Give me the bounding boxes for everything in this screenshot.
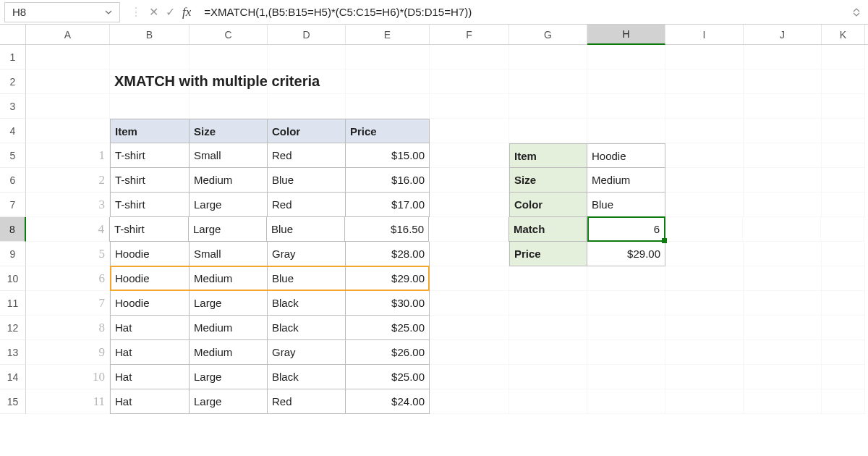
cancel-icon[interactable]: ✕ — [149, 5, 158, 19]
lookup-label-item[interactable]: Item — [509, 143, 587, 168]
cell[interactable] — [665, 45, 744, 69]
table-cell[interactable]: Black — [268, 291, 346, 316]
cell[interactable] — [190, 94, 268, 119]
row-header-5[interactable]: 5 — [0, 143, 26, 168]
table-cell[interactable]: Hoodie — [110, 291, 190, 316]
table-cell[interactable]: Small — [190, 143, 268, 168]
cell[interactable] — [744, 168, 822, 193]
cell[interactable] — [744, 365, 822, 389]
cell[interactable] — [587, 266, 665, 291]
cell[interactable] — [430, 365, 509, 389]
lookup-value-match[interactable]: 6 — [587, 217, 665, 242]
row-header-12[interactable]: 12 — [0, 316, 26, 340]
cell[interactable] — [430, 389, 509, 414]
cell[interactable] — [509, 94, 587, 119]
cell[interactable] — [665, 193, 744, 217]
cell[interactable] — [430, 242, 509, 266]
col-header-b[interactable]: B — [110, 25, 190, 44]
cell[interactable] — [509, 316, 587, 340]
formula-input[interactable] — [197, 2, 852, 22]
row-header-1[interactable]: 1 — [0, 45, 26, 69]
cell[interactable] — [822, 119, 865, 143]
cell[interactable] — [822, 168, 865, 193]
table-header-price[interactable]: Price — [346, 119, 430, 143]
table-cell[interactable]: $16.00 — [346, 168, 430, 193]
lookup-value-price[interactable]: $29.00 — [587, 242, 665, 266]
fx-icon[interactable]: fx — [182, 5, 191, 20]
cell[interactable] — [744, 340, 822, 365]
table-header-item[interactable]: Item — [110, 119, 190, 143]
table-cell[interactable]: Red — [268, 193, 346, 217]
row-header-4[interactable]: 4 — [0, 119, 26, 143]
table-cell[interactable]: T-shirt — [110, 168, 190, 193]
cell[interactable] — [665, 316, 744, 340]
cell[interactable] — [665, 119, 744, 143]
table-cell[interactable]: $25.00 — [346, 365, 430, 389]
cell[interactable] — [430, 94, 509, 119]
cell[interactable] — [509, 119, 587, 143]
cell[interactable] — [509, 266, 587, 291]
table-cell[interactable]: Medium — [190, 168, 268, 193]
worksheet[interactable]: 1 2 XMATCH with multiple criteria 3 4 It… — [0, 45, 868, 414]
table-cell[interactable]: Small — [190, 242, 268, 266]
cell[interactable] — [430, 69, 509, 94]
table-cell[interactable]: T-shirt — [110, 143, 190, 168]
col-header-f[interactable]: F — [430, 25, 509, 44]
cell[interactable] — [26, 45, 110, 69]
cell[interactable] — [665, 291, 744, 316]
col-header-a[interactable]: A — [26, 25, 110, 44]
col-header-c[interactable]: C — [190, 25, 268, 44]
cell[interactable] — [744, 242, 822, 266]
table-cell[interactable]: Medium — [190, 266, 268, 291]
cell[interactable] — [822, 143, 865, 168]
cell[interactable] — [665, 365, 744, 389]
cell[interactable] — [430, 45, 509, 69]
cell[interactable] — [430, 119, 509, 143]
lookup-label-color[interactable]: Color — [509, 193, 587, 217]
name-box[interactable]: H8 — [4, 2, 120, 22]
table-cell[interactable]: $29.00 — [346, 266, 430, 291]
row-header-7[interactable]: 7 — [0, 193, 26, 217]
cell[interactable] — [430, 316, 509, 340]
cell[interactable] — [509, 340, 587, 365]
table-cell[interactable]: Hat — [110, 340, 190, 365]
table-cell[interactable]: Black — [268, 365, 346, 389]
cell[interactable] — [346, 69, 430, 94]
cell[interactable] — [346, 94, 430, 119]
row-header-6[interactable]: 6 — [0, 168, 26, 193]
row-header-14[interactable]: 14 — [0, 365, 26, 389]
cell[interactable] — [429, 217, 509, 242]
table-cell[interactable]: Black — [268, 316, 346, 340]
cell[interactable] — [665, 69, 744, 94]
cell[interactable] — [744, 389, 822, 414]
chevron-down-icon[interactable] — [105, 9, 112, 16]
cell[interactable] — [509, 45, 587, 69]
cell[interactable] — [110, 94, 190, 119]
col-header-g[interactable]: G — [509, 25, 587, 44]
table-cell[interactable]: Gray — [268, 340, 346, 365]
table-cell[interactable]: $30.00 — [346, 291, 430, 316]
expand-formula-bar-icon[interactable] — [852, 8, 868, 17]
cell[interactable] — [110, 45, 190, 69]
table-cell[interactable]: T-shirt — [109, 217, 189, 242]
table-cell[interactable]: Red — [268, 389, 346, 414]
cell[interactable] — [665, 143, 744, 168]
cell[interactable] — [190, 69, 268, 94]
cell[interactable] — [430, 266, 509, 291]
cell[interactable] — [268, 69, 346, 94]
cell[interactable] — [744, 69, 822, 94]
cell[interactable] — [268, 45, 346, 69]
table-cell[interactable]: $15.00 — [346, 143, 430, 168]
table-cell[interactable]: Blue — [268, 168, 346, 193]
table-cell[interactable]: Medium — [190, 340, 268, 365]
cell[interactable] — [26, 119, 110, 143]
table-cell[interactable]: $28.00 — [346, 242, 430, 266]
cell[interactable] — [665, 94, 744, 119]
table-header-color[interactable]: Color — [268, 119, 346, 143]
cell[interactable] — [587, 94, 665, 119]
row-header-8[interactable]: 8 — [0, 217, 26, 242]
cell[interactable] — [587, 365, 665, 389]
cell[interactable] — [430, 291, 509, 316]
cell[interactable] — [822, 316, 865, 340]
cell[interactable] — [509, 389, 587, 414]
